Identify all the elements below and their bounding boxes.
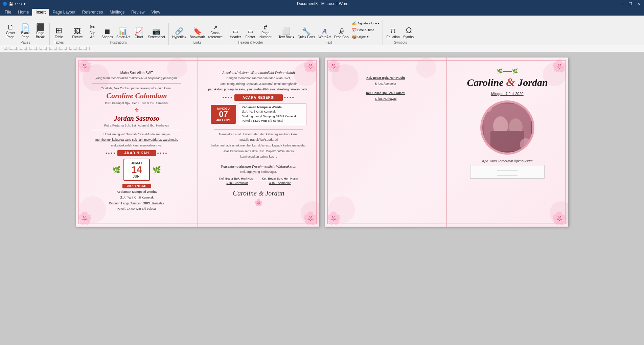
address-box: ____________ ____________ [470, 165, 545, 179]
drop-cap-button[interactable]: Ꭿ Drop Cap [333, 27, 350, 40]
resepsi-date-area: MINGGU 07 JULI 2020 Kediaman Mempelai Wa… [211, 104, 306, 125]
document-area: 🌸 🌸 🌸 🌸 Maha Suci Allah SWT yang telah m… [0, 52, 644, 345]
tab-file[interactable]: File [1, 9, 15, 16]
tab-review[interactable]: Review [128, 9, 148, 16]
closing: Wassalamu'alaikum Warahmatullahi Wabarak… [221, 165, 296, 168]
blank-page-button[interactable]: 📄 BlankPage [18, 23, 32, 40]
picture-button[interactable]: 🖼 Picture [70, 27, 85, 40]
venue-time: Pukul : 14.00 WIB s/d selesai [242, 119, 303, 123]
tab-view[interactable]: View [148, 9, 164, 16]
signature-line-button[interactable]: ✍ Signature Line ▾ [351, 20, 381, 26]
header-icon: ▭ [233, 28, 238, 34]
shapes-button[interactable]: ◼ Shapes [100, 27, 114, 40]
page-number-button[interactable]: # PageNumber [258, 24, 273, 40]
couple-photo-svg [484, 104, 531, 151]
photo-placeholder [482, 102, 532, 153]
shapes-icon: ◼ [105, 28, 110, 34]
address-placeholder: ____________ [475, 167, 540, 171]
page1-content: Maha Suci Allah SWT yang telah menciptak… [76, 58, 319, 227]
close-button[interactable]: ✕ [636, 2, 641, 6]
text-box-icon: ⬜ [282, 28, 291, 34]
cover-page-button[interactable]: 🗋 CoverPage [3, 23, 18, 40]
undo-icon[interactable]: ↩ [15, 2, 18, 6]
smartart-button[interactable]: 📊 SmartArt [115, 27, 131, 40]
family-left1: Kel. Besar Bpk. Heri Husin [219, 177, 255, 181]
time-label: Pukul : 14.00 WIB s/d selesai [117, 207, 156, 211]
table-icon: ⊞ [55, 26, 62, 34]
page1-left-column: Maha Suci Allah SWT yang telah menciptak… [76, 58, 198, 227]
restore-button[interactable]: ❐ [628, 2, 633, 6]
header-button[interactable]: ▭ Header [228, 28, 243, 40]
footer-button[interactable]: ▭ Footer [243, 28, 257, 40]
akad-banner-sm: AKAD NIKAH [122, 184, 151, 188]
akad-banner: AKAD NIKAH [117, 150, 156, 156]
opening-text: Maha Suci Allah SWT [120, 71, 153, 75]
table-button[interactable]: ⊞ Table [52, 26, 66, 40]
family-left2: & Ibu. Asmaniar [219, 181, 255, 185]
ribbon-group-illustrations: 🖼 Picture ✂ ClipArt ◼ Shapes 📊 SmartArt … [68, 23, 169, 45]
leaf-right: 🌿 [153, 166, 161, 174]
quick-parts-label: Quick Parts [298, 35, 315, 39]
symbol-button[interactable]: Ω Symbol [402, 26, 416, 40]
ampersand-divider: ⚜ [134, 107, 139, 113]
wordart-icon: A [322, 28, 327, 34]
wordart-button[interactable]: A WordArt [317, 27, 332, 40]
page-break-button[interactable]: ⬛ PageBreak [33, 23, 47, 40]
venue-box: Kediaman Mempelai Wanita Jl. A. Yani Km.… [239, 104, 306, 125]
honor-text3: berkenan hadir untuk memberikan do'a res… [211, 143, 306, 148]
subtitle-text: yang telah menciptakan makhluk-NYA berpa… [96, 76, 178, 80]
equation-button[interactable]: π Equation [385, 26, 401, 40]
ribbon-group-links: 🔗 Hyperlink 🔖 Bookmark ↗ Cross-reference… [169, 24, 226, 45]
tab-home[interactable]: Home [15, 9, 32, 16]
dots-left: •••• [106, 151, 116, 156]
quick-parts-button[interactable]: 🔧 Quick Parts [296, 27, 317, 40]
bookmark-button[interactable]: 🔖 Bookmark [188, 27, 206, 40]
date-time-button[interactable]: 📅 Date & Time [351, 27, 381, 33]
illustrations-group-items: 🖼 Picture ✂ ClipArt ◼ Shapes 📊 SmartArt … [70, 23, 166, 40]
akad-date-area: 🌿 JUMAT 14 JUNI 🌿 [112, 159, 161, 181]
screenshot-button[interactable]: 📷 Screenshot [146, 27, 166, 40]
groom-name: Jordan Sastroso [114, 115, 159, 122]
quick-access-toolbar: 🔵 💾 ↩ ↪ ▾ [3, 2, 26, 6]
sunnah-text2: membentuk keluarga yang sakinah, mawadda… [95, 138, 178, 142]
picture-icon: 🖼 [74, 28, 81, 34]
smartart-icon: 📊 [119, 28, 127, 34]
floral-bottom: 🌸 [254, 199, 263, 207]
signature-label: Signature Line ▾ [358, 22, 380, 25]
smartart-label: SmartArt [116, 35, 130, 39]
resepsi-banner: ACARA RESEPSI [234, 94, 283, 101]
symbols-group-items: π Equation Ω Symbol [385, 26, 416, 40]
family-left: Kel. Besar Bpk. Heri Husin & Ibu. Asmani… [219, 177, 255, 185]
ribbon-group-symbols: π Equation Ω Symbol Symbols [383, 26, 418, 45]
equation-label: Equation [386, 35, 399, 39]
title-groom: Jordan [518, 77, 548, 88]
page-1: 🌸 🌸 🌸 🌸 Maha Suci Allah SWT yang telah m… [76, 58, 319, 227]
chart-button[interactable]: 📈 Chart [132, 27, 146, 40]
window-title: Document3 - Microsoft Word [26, 1, 620, 6]
ribbon-group-tables: ⊞ Table Tables [50, 26, 68, 45]
table-label: Table [55, 35, 63, 39]
save-icon[interactable]: 💾 [9, 2, 14, 6]
resepsi-month: JULI 2020 [216, 118, 230, 122]
redo-icon[interactable]: ↪ [19, 2, 22, 6]
object-button[interactable]: 📦 Object ▾ [351, 34, 381, 40]
ruler-marks: |...|...|...|...|...|...|...|...|...|...… [3, 47, 90, 50]
tab-insert[interactable]: Insert [32, 9, 49, 16]
divider2 [92, 130, 181, 130]
cross-reference-button[interactable]: ↗ Cross-reference [207, 24, 224, 40]
blank-page-label: BlankPage [21, 31, 29, 39]
family-right: Kel. Besar Bpk. Heri Husin & Ibu. Asmani… [262, 177, 298, 185]
clip-art-button[interactable]: ✂ ClipArt [85, 23, 99, 40]
hyperlink-button[interactable]: 🔗 Hyperlink [171, 27, 188, 40]
title-bar: 🔵 💾 ↩ ↪ ▾ Document3 - Microsoft Word ─ ❐… [0, 0, 644, 7]
ruler: |...|...|...|...|...|...|...|...|...|...… [0, 45, 644, 52]
svg-rect-13 [490, 131, 524, 151]
recipient-label: Kpd Yang Terhormat Bpk/ibu/sdr/i [482, 159, 533, 163]
minimize-button[interactable]: ─ [620, 2, 625, 6]
tab-references[interactable]: References [79, 9, 106, 16]
text-box-button[interactable]: ⬜ Text Box ▾ [277, 27, 296, 40]
tab-page-layout[interactable]: Page Layout [49, 9, 78, 16]
tab-mailings[interactable]: Mailings [106, 9, 128, 16]
tables-group-label: Tables [52, 41, 66, 44]
title-bride: Caroline [467, 77, 503, 88]
